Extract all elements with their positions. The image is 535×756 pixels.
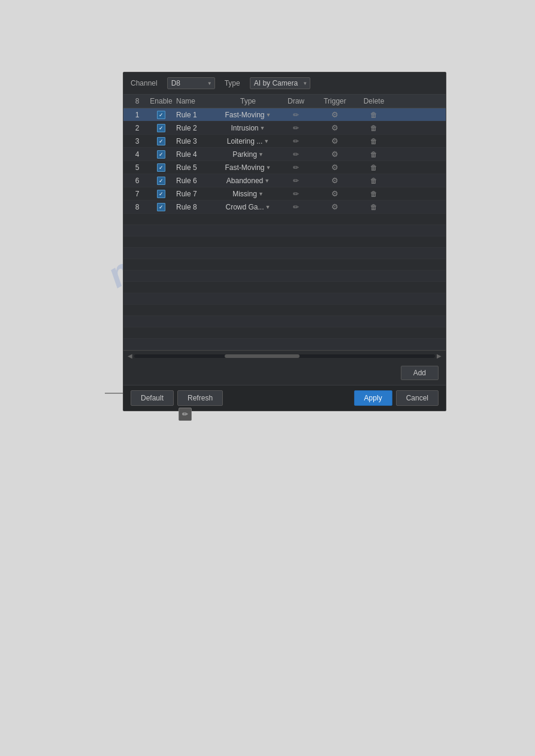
row-num: 6 [128,177,146,185]
enable-checkbox[interactable]: ✓ [146,150,176,159]
trigger-cell[interactable]: ⚙ [314,176,356,185]
rule-type[interactable]: Abandoned ▼ [218,177,278,185]
settings-dialog: Channel D8 Type AI by Camera 8 Enable Na… [123,72,446,411]
enable-checkbox[interactable]: ✓ [146,111,176,119]
col-delete: Delete [356,97,392,105]
scrollbar-thumb[interactable] [225,354,300,358]
trigger-cell[interactable]: ⚙ [314,136,356,145]
scroll-right-icon[interactable]: ▶ [435,353,443,359]
delete-cell[interactable]: 🗑 [356,177,392,185]
pencil-icon: ✏ [293,124,299,132]
empty-row [123,259,446,271]
checkbox-checked-icon: ✓ [157,150,165,159]
trigger-cell[interactable]: ⚙ [314,163,356,172]
table-row: 8 ✓ Rule 8 Crowd Ga... ▼ ✏ ⚙ 🗑 [123,201,446,214]
page: manualshlive.com Channel D8 Type AI by C… [0,0,535,756]
trigger-cell[interactable]: ⚙ [314,123,356,132]
empty-row [123,236,446,248]
trigger-cell[interactable]: ⚙ [314,189,356,198]
draw-cell[interactable]: ✏ [278,190,314,198]
rule-name: Rule 5 [176,163,218,172]
enable-checkbox[interactable]: ✓ [146,203,176,211]
delete-cell[interactable]: 🗑 [356,203,392,211]
empty-row [123,327,446,339]
row-num: 3 [128,137,146,145]
draw-cell[interactable]: ✏ [278,177,314,185]
checkbox-checked-icon: ✓ [157,203,165,211]
trigger-cell[interactable]: ⚙ [314,150,356,159]
delete-cell[interactable]: 🗑 [356,111,392,119]
rules-table: 8 Enable Name Type Draw Trigger Delete 1… [123,95,446,350]
checkbox-checked-icon: ✓ [157,124,165,132]
channel-select[interactable]: D8 [167,77,215,89]
trash-icon: 🗑 [370,203,377,211]
scrollbar-track[interactable] [134,354,435,358]
rule-type[interactable]: Intrusion ▼ [218,124,278,132]
trigger-cell[interactable]: ⚙ [314,202,356,211]
draw-cell[interactable]: ✏ [278,137,314,145]
enable-checkbox[interactable]: ✓ [146,177,176,185]
trash-icon: 🗑 [370,137,377,145]
rule-name: Rule 8 [176,203,218,211]
gear-icon: ⚙ [331,123,338,132]
enable-checkbox[interactable]: ✓ [146,137,176,145]
rule-type[interactable]: Loitering ... ▼ [218,137,278,145]
delete-cell[interactable]: 🗑 [356,163,392,172]
empty-row [123,293,446,305]
add-button[interactable]: Add [401,366,439,380]
apply-button[interactable]: Apply [354,390,392,406]
cancel-button[interactable]: Cancel [396,390,439,406]
row-num: 1 [128,111,146,119]
scrollbar[interactable]: ◀ ▶ [123,350,446,361]
draw-cell[interactable]: ✏ [278,163,314,172]
rule-type[interactable]: Crowd Ga... ▼ [218,203,278,211]
gear-icon: ⚙ [331,189,338,198]
refresh-button[interactable]: Refresh [177,390,223,406]
rule-name: Rule 3 [176,137,218,145]
checkbox-checked-icon: ✓ [157,137,165,145]
empty-row [123,271,446,282]
rule-type[interactable]: Fast-Moving ▼ [218,111,278,119]
trigger-cell[interactable]: ⚙ [314,110,356,119]
trash-icon: 🗑 [370,163,377,172]
draw-cell[interactable]: ✏ [278,150,314,159]
scroll-left-icon[interactable]: ◀ [126,353,134,359]
channel-label: Channel [131,79,158,87]
empty-row [123,282,446,293]
dialog-footer: Default Refresh Apply Cancel [123,385,446,411]
rule-type[interactable]: Missing ▼ [218,190,278,198]
rule-type[interactable]: Parking ▼ [218,150,278,159]
empty-row [123,248,446,259]
trash-icon: 🗑 [370,177,377,185]
enable-checkbox[interactable]: ✓ [146,163,176,172]
gear-icon: ⚙ [331,150,338,159]
rule-type[interactable]: Fast-Moving ▼ [218,163,278,172]
table-row: 7 ✓ Rule 7 Missing ▼ ✏ ⚙ 🗑 [123,187,446,201]
checkbox-checked-icon: ✓ [157,177,165,185]
delete-cell[interactable]: 🗑 [356,150,392,159]
draw-cell[interactable]: ✏ [278,111,314,119]
draw-cell[interactable]: ✏ [278,203,314,211]
gear-icon: ⚙ [331,176,338,185]
gear-icon: ⚙ [331,163,338,172]
draw-cell[interactable]: ✏ [278,124,314,132]
table-row: 2 ✓ Rule 2 Intrusion ▼ ✏ ⚙ 🗑 [123,122,446,135]
delete-cell[interactable]: 🗑 [356,190,392,198]
rule-name: Rule 2 [176,124,218,132]
enable-checkbox[interactable]: ✓ [146,124,176,132]
draw-icon-button[interactable]: ✏ [179,408,192,421]
empty-row [123,339,446,350]
row-num: 8 [128,203,146,211]
checkbox-checked-icon: ✓ [157,163,165,172]
default-button[interactable]: Default [131,390,174,406]
row-num: 4 [128,150,146,159]
table-body: 1 ✓ Rule 1 Fast-Moving ▼ ✏ ⚙ 🗑 [123,108,446,350]
gear-icon: ⚙ [331,202,338,211]
enable-checkbox[interactable]: ✓ [146,190,176,198]
col-type: Type [218,97,278,105]
type-select[interactable]: AI by Camera [250,77,310,89]
delete-cell[interactable]: 🗑 [356,137,392,145]
delete-cell[interactable]: 🗑 [356,124,392,132]
gear-icon: ⚙ [331,110,338,119]
pencil-icon: ✏ [293,111,299,119]
